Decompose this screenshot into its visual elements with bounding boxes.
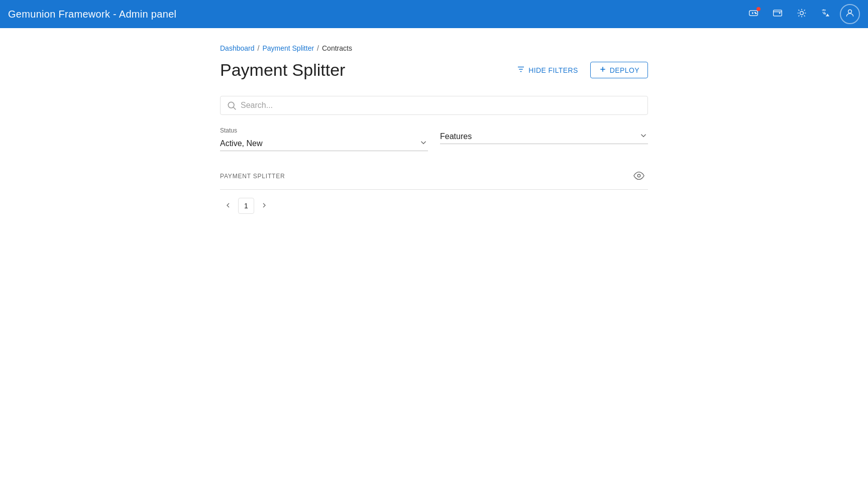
section-header: PAYMENT SPLITTER (220, 167, 648, 190)
chevron-right-icon (260, 201, 268, 211)
page-1-label: 1 (244, 202, 248, 210)
breadcrumb-dashboard[interactable]: Dashboard (220, 44, 255, 52)
navbar-title: Gemunion Framework - Admin panel (8, 9, 176, 20)
plus-icon (599, 65, 607, 75)
main-content: Dashboard / Payment Splitter / Contracts… (0, 28, 868, 502)
svg-point-23 (637, 174, 640, 177)
theme-icon (797, 8, 807, 21)
header-actions: HIDE FILTERS DEPLOY (512, 62, 648, 78)
wallet-icon (773, 8, 783, 21)
svg-line-22 (234, 107, 236, 110)
visibility-toggle-button[interactable] (630, 167, 648, 185)
page-header: Payment Splitter HIDE FILTERS (220, 60, 648, 80)
breadcrumb-sep-2: / (317, 44, 319, 52)
avatar-button[interactable] (840, 4, 860, 24)
translate-icon (821, 8, 831, 21)
svg-point-3 (755, 12, 756, 13)
svg-point-6 (800, 11, 804, 15)
svg-rect-5 (774, 10, 782, 16)
features-select[interactable]: Features (440, 132, 648, 141)
breadcrumb: Dashboard / Payment Splitter / Contracts (220, 44, 648, 52)
prev-page-button[interactable] (220, 198, 236, 214)
translate-button[interactable] (816, 4, 836, 24)
breadcrumb-payment-splitter[interactable]: Payment Splitter (262, 44, 314, 52)
chevron-left-icon (224, 201, 232, 211)
svg-line-14 (799, 15, 800, 16)
breadcrumb-sep-1: / (258, 44, 260, 52)
navbar: Gemunion Framework - Admin panel (0, 0, 868, 28)
navbar-actions (743, 4, 860, 24)
breadcrumb-contracts: Contracts (322, 44, 352, 52)
svg-point-15 (848, 10, 852, 13)
features-select-wrap: Features (440, 129, 648, 144)
status-filter-label: Status (220, 127, 428, 134)
svg-line-13 (804, 10, 805, 11)
status-select[interactable]: Active, New Active New Inactive (220, 139, 428, 148)
eye-icon (633, 170, 644, 183)
wallet-button[interactable] (768, 4, 788, 24)
theme-toggle-button[interactable] (792, 4, 812, 24)
search-input[interactable] (241, 101, 641, 110)
features-filter-group: Features (440, 127, 648, 151)
status-select-wrap: Active, New Active New Inactive (220, 136, 428, 151)
search-container (220, 96, 648, 115)
svg-line-11 (799, 10, 800, 11)
filter-icon (516, 65, 525, 75)
section-title: PAYMENT SPLITTER (220, 173, 285, 180)
status-filter-group: Status Active, New Active New Inactive (220, 127, 428, 151)
deploy-label: DEPLOY (610, 66, 639, 74)
notification-dot (756, 7, 761, 11)
pagination: 1 (220, 198, 648, 214)
svg-point-4 (755, 13, 756, 14)
page-title: Payment Splitter (220, 60, 345, 80)
notifications-button[interactable] (743, 4, 764, 24)
search-icon (227, 100, 237, 110)
avatar-icon (845, 8, 855, 21)
page-1-button[interactable]: 1 (238, 198, 254, 214)
svg-line-12 (804, 15, 805, 16)
next-page-button[interactable] (256, 198, 272, 214)
hide-filters-button[interactable]: HIDE FILTERS (512, 62, 582, 78)
svg-point-21 (228, 102, 234, 108)
filters-row: Status Active, New Active New Inactive (220, 127, 648, 151)
deploy-button[interactable]: DEPLOY (590, 62, 648, 78)
hide-filters-label: HIDE FILTERS (528, 66, 578, 74)
